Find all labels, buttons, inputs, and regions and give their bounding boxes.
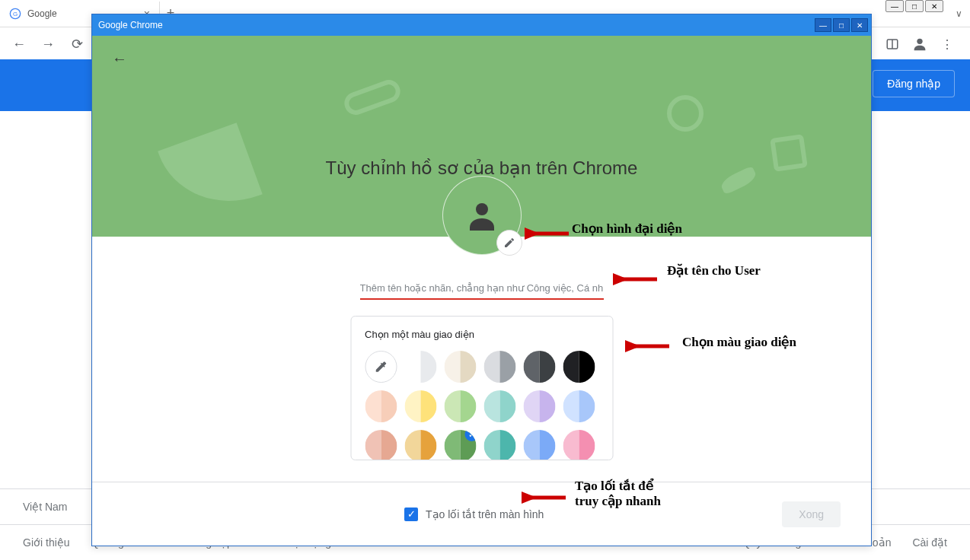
eyedropper-icon xyxy=(374,360,388,374)
dialog-bottom-bar: ✓ Tạo lối tắt trên màn hình Xong xyxy=(92,482,871,546)
annotation-color: Chọn màu giao diện xyxy=(682,334,796,350)
color-swatch[interactable] xyxy=(404,351,436,383)
os-close-button[interactable]: ✕ xyxy=(925,0,943,12)
color-swatch[interactable] xyxy=(523,351,555,383)
os-max-button[interactable]: □ xyxy=(905,0,924,12)
dialog-titlebar[interactable]: Google Chrome — □ ✕ xyxy=(92,14,871,36)
profile-setup-dialog: Google Chrome — □ ✕ ← Tùy chỉnh hồ sơ củ… xyxy=(91,14,872,546)
color-swatch[interactable] xyxy=(444,390,476,422)
svg-point-4 xyxy=(917,39,922,44)
color-swatch[interactable] xyxy=(563,390,595,422)
done-button[interactable]: Xong xyxy=(782,501,841,527)
panels-icon[interactable] xyxy=(882,33,903,55)
profile-name-input[interactable] xyxy=(360,278,604,298)
color-swatch[interactable] xyxy=(523,390,555,422)
desktop-shortcut-option[interactable]: ✓ Tạo lối tắt trên màn hình xyxy=(404,508,544,521)
tab-title: Google xyxy=(27,8,57,19)
annotation-avatar: Chọn hình đại diện xyxy=(572,221,682,237)
color-swatch[interactable] xyxy=(404,430,436,460)
google-favicon-icon: G xyxy=(9,8,21,20)
annotation-shortcut: Tạo lối tắt để truy cập nhanh xyxy=(575,479,661,510)
os-min-button[interactable]: — xyxy=(885,0,904,12)
profile-icon[interactable] xyxy=(909,33,930,55)
back-arrow-button[interactable]: ← xyxy=(106,45,133,72)
theme-color-panel: Chọn một màu giao diện ✓ xyxy=(350,316,613,460)
dialog-min-button[interactable]: — xyxy=(815,18,831,32)
svg-point-5 xyxy=(476,203,488,215)
signin-button[interactable]: Đăng nhập xyxy=(873,70,955,97)
person-icon xyxy=(464,197,500,234)
color-swatch[interactable] xyxy=(483,351,515,383)
annotation-arrow-icon xyxy=(625,337,672,355)
color-swatch[interactable] xyxy=(404,390,436,422)
profile-name-field-wrap xyxy=(360,278,604,300)
reload-button[interactable]: ⟳ xyxy=(64,31,90,57)
annotation-arrow-icon xyxy=(522,488,569,507)
decor-pill-icon xyxy=(341,77,404,118)
color-swatch[interactable] xyxy=(563,430,595,460)
color-swatch[interactable] xyxy=(444,351,476,383)
checkbox-checked-icon[interactable]: ✓ xyxy=(404,508,418,521)
tabs-chevron-icon[interactable]: ∨ xyxy=(956,8,970,19)
dialog-title: Google Chrome xyxy=(95,20,163,30)
color-swatch[interactable] xyxy=(563,351,595,383)
color-swatch[interactable] xyxy=(365,430,397,460)
color-swatch[interactable] xyxy=(365,390,397,422)
footer-link[interactable]: Cài đặt xyxy=(912,536,947,549)
back-button[interactable]: ← xyxy=(6,31,32,57)
color-swatch[interactable]: ✓ xyxy=(444,430,476,460)
shortcut-label: Tạo lối tắt trên màn hình xyxy=(426,508,544,520)
color-swatch-grid: ✓ xyxy=(365,351,598,460)
color-swatch[interactable] xyxy=(483,390,515,422)
color-swatch[interactable] xyxy=(523,430,555,460)
svg-text:G: G xyxy=(13,10,18,17)
edit-avatar-button[interactable] xyxy=(496,230,522,256)
decor-circle-icon xyxy=(667,95,704,132)
os-window-buttons: — □ ✕ xyxy=(885,0,943,12)
selected-check-icon: ✓ xyxy=(464,430,476,441)
pencil-icon xyxy=(503,237,515,249)
footer-link[interactable]: Giới thiệu xyxy=(23,536,70,549)
menu-icon[interactable]: ⋮ xyxy=(936,33,958,55)
avatar xyxy=(442,176,522,255)
annotation-name: Đặt tên cho User xyxy=(667,262,761,278)
annotation-arrow-icon xyxy=(525,224,572,243)
color-panel-title: Chọn một màu giao diện xyxy=(365,329,598,340)
dialog-max-button[interactable]: □ xyxy=(833,18,850,32)
color-swatch[interactable] xyxy=(365,351,397,383)
annotation-arrow-icon xyxy=(613,270,660,288)
forward-button[interactable]: → xyxy=(35,31,61,57)
dialog-close-button[interactable]: ✕ xyxy=(851,18,868,32)
color-swatch[interactable] xyxy=(483,430,515,460)
